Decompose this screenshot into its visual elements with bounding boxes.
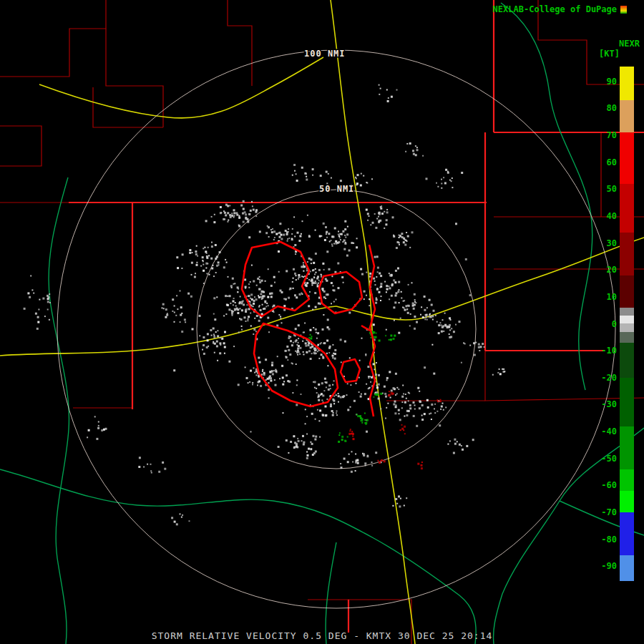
echo-pixel [315, 230, 316, 231]
echo-pixel [424, 366, 426, 369]
echo-pixel [232, 315, 233, 316]
echo-pixel [378, 221, 380, 223]
echo-pixel [379, 94, 380, 95]
echo-pixel [288, 231, 289, 233]
echo-pixel [265, 306, 267, 307]
echo-pixel [326, 353, 328, 354]
echo-pixel [409, 325, 411, 326]
echo-pixel [258, 296, 260, 298]
echo-pixel [325, 381, 326, 383]
brand: NEXLAB-College of DuPage [493, 4, 627, 14]
echo-pixel [376, 298, 378, 301]
echo-pixel [219, 342, 221, 344]
echo-pixel [422, 155, 424, 157]
echo-pixel [313, 352, 316, 354]
echo-pixel [440, 401, 441, 402]
echo-pixel [384, 281, 386, 283]
echo-pixel [299, 293, 301, 296]
echo-pixel [361, 418, 364, 420]
echo-pixel [492, 374, 494, 376]
echo-pixel [328, 384, 331, 386]
echo-pixel [180, 291, 181, 292]
echo-pixel [406, 143, 408, 145]
echo-pixel [416, 425, 418, 427]
echo-pixel [255, 374, 257, 376]
echo-pixel [381, 296, 382, 297]
echo-pixel [291, 344, 293, 346]
echo-pixel [365, 422, 367, 424]
echo-pixel [371, 462, 373, 463]
echo-pixel [308, 258, 311, 260]
echo-pixel [279, 223, 281, 225]
range-ring [197, 190, 476, 469]
echo-pixel [262, 369, 263, 371]
echo-pixel [329, 241, 331, 243]
echo-pixel [377, 271, 379, 273]
echo-pixel [308, 448, 310, 450]
echo-pixel [263, 308, 264, 310]
echo-pixel [44, 316, 46, 317]
echo-pixel [409, 142, 411, 145]
echo-pixel [306, 434, 308, 435]
echo-pixel [217, 360, 218, 361]
echo-pixel [371, 376, 373, 379]
echo-pixel [234, 283, 235, 284]
echo-pixel [274, 237, 275, 238]
echo-pixel [440, 409, 441, 410]
echo-pixel [338, 235, 340, 237]
echo-pixel [49, 319, 50, 321]
echo-pixel [442, 319, 444, 321]
echo-pixel [421, 467, 423, 469]
echo-pixel [419, 401, 421, 403]
echo-pixel [503, 371, 505, 373]
echo-pixel [441, 183, 442, 185]
echo-pixel [386, 407, 387, 409]
echo-pixel [294, 273, 296, 275]
echo-pixel [331, 282, 333, 284]
echo-pixel [211, 216, 213, 218]
echo-pixel [327, 293, 329, 296]
echo-pixel [389, 273, 390, 274]
echo-pixel [326, 171, 328, 173]
echo-pixel [340, 463, 341, 464]
echo-pixel [339, 233, 341, 235]
echo-pixel [381, 213, 384, 215]
echo-pixel [283, 305, 286, 307]
echo-pixel [301, 440, 303, 441]
echo-pixel [474, 354, 476, 356]
echo-pixel [358, 391, 360, 393]
echo-pixel [386, 329, 387, 331]
echo-pixel [233, 298, 235, 299]
echo-pixel [233, 212, 235, 214]
echo-pixel [343, 282, 344, 283]
echo-pixel [177, 308, 178, 310]
echo-pixel [367, 366, 369, 368]
echo-pixel [396, 247, 398, 249]
echo-pixel [409, 247, 411, 248]
echo-pixel [447, 326, 449, 328]
echo-pixel [360, 185, 362, 187]
echo-pixel [195, 250, 197, 253]
echo-pixel [332, 384, 333, 386]
echo-pixel [254, 296, 255, 298]
echo-pixel [251, 201, 253, 203]
echo-pixel [379, 291, 381, 293]
echo-pixel [393, 338, 395, 340]
echo-pixel [305, 409, 306, 410]
echo-pixel [325, 406, 327, 408]
echo-pixel [327, 318, 329, 321]
echo-pixel [449, 329, 451, 331]
echo-pixel [150, 464, 152, 465]
echo-pixel [274, 379, 275, 381]
echo-pixel [247, 221, 249, 223]
echo-pixel [225, 313, 227, 315]
echo-pixel [395, 498, 397, 500]
echo-pixel [255, 298, 258, 301]
echo-pixel [286, 356, 287, 357]
echo-pixel [331, 275, 333, 277]
echo-pixel [325, 278, 327, 280]
echo-pixel [331, 410, 333, 412]
echo-pixel [293, 164, 296, 166]
echo-pixel [268, 382, 270, 384]
echo-pixel [322, 263, 324, 265]
